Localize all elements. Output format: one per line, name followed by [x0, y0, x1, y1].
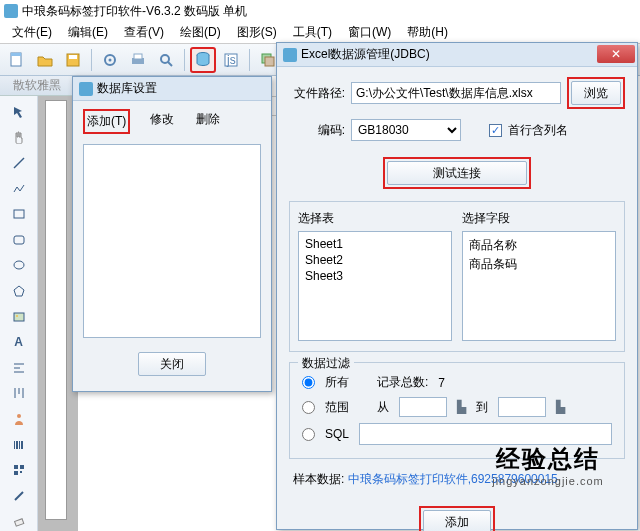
list-item[interactable]: 商品名称 — [467, 236, 611, 255]
db-connection-list[interactable] — [83, 144, 261, 338]
svg-line-36 — [15, 492, 23, 500]
range-stepper-icon[interactable]: ▙ — [556, 400, 565, 414]
database-button[interactable] — [190, 47, 216, 73]
menu-draw[interactable]: 绘图(D) — [174, 22, 227, 43]
menu-edit[interactable]: 编辑(E) — [62, 22, 114, 43]
new-doc-button[interactable] — [4, 47, 30, 73]
polygon-tool-icon[interactable] — [8, 281, 30, 301]
range-stepper-icon[interactable]: ▙ — [457, 400, 466, 414]
image-tool-icon[interactable] — [8, 307, 30, 327]
hand-tool-icon[interactable] — [8, 128, 30, 148]
list-item[interactable]: Sheet3 — [303, 268, 447, 284]
filter-legend: 数据过滤 — [298, 355, 354, 372]
menu-window[interactable]: 窗口(W) — [342, 22, 397, 43]
filter-all-label: 所有 — [325, 374, 349, 391]
db-delete-tab[interactable]: 删除 — [194, 109, 222, 134]
dialog-title: Excel数据源管理(JDBC) — [301, 46, 430, 63]
preview-button[interactable] — [153, 47, 179, 73]
range-to-label: 到 — [476, 399, 488, 416]
text-tool-icon[interactable]: A — [8, 332, 30, 352]
excel-datasource-dialog: Excel数据源管理(JDBC) ✕ 文件路径: 浏览 编码: GB18030 … — [276, 42, 638, 530]
menu-help[interactable]: 帮助(H) — [401, 22, 454, 43]
svg-text:js: js — [226, 53, 236, 67]
filter-sql-radio[interactable] — [302, 428, 315, 441]
svg-rect-30 — [19, 441, 20, 449]
dialog-logo-icon — [283, 48, 297, 62]
line-tool-icon[interactable] — [8, 153, 30, 173]
tables-fields-group: 选择表 选择字段 Sheet1 Sheet2 Sheet3 商品名称 商品条码 — [289, 201, 625, 352]
menu-tool[interactable]: 工具(T) — [287, 22, 338, 43]
menu-shape[interactable]: 图形(S) — [231, 22, 283, 43]
range-to-input[interactable] — [498, 397, 546, 417]
encoding-label: 编码: — [289, 122, 345, 139]
menu-view[interactable]: 查看(V) — [118, 22, 170, 43]
app-titlebar: 中琅条码标签打印软件-V6.3.2 数码版 单机 — [0, 0, 640, 22]
barcode-tool-icon[interactable] — [8, 435, 30, 455]
dialog-titlebar[interactable]: Excel数据源管理(JDBC) ✕ — [277, 43, 637, 67]
table-listbox[interactable]: Sheet1 Sheet2 Sheet3 — [298, 231, 452, 341]
dialog-titlebar[interactable]: 数据库设置 — [73, 77, 271, 101]
sql-input[interactable] — [359, 423, 612, 445]
roundrect-tool-icon[interactable] — [8, 230, 30, 250]
db-modify-tab[interactable]: 修改 — [148, 109, 176, 134]
range-from-label: 从 — [377, 399, 389, 416]
range-from-input[interactable] — [399, 397, 447, 417]
filter-range-radio[interactable] — [302, 401, 315, 414]
list-item[interactable]: Sheet2 — [303, 252, 447, 268]
filter-all-radio[interactable] — [302, 376, 315, 389]
font-ribbon-tab[interactable]: 散软雅黑 — [0, 76, 74, 96]
svg-rect-34 — [14, 471, 18, 475]
svg-rect-1 — [11, 53, 21, 56]
svg-rect-31 — [21, 441, 23, 449]
app-logo-icon — [4, 4, 18, 18]
ellipse-tool-icon[interactable] — [8, 256, 30, 276]
menu-file[interactable]: 文件(E) — [6, 22, 58, 43]
polyline-tool-icon[interactable] — [8, 179, 30, 199]
database-settings-dialog: 数据库设置 添加(T) 修改 删除 关闭 — [72, 76, 272, 392]
add-button[interactable]: 添加 — [423, 510, 491, 531]
align-v-icon[interactable] — [8, 384, 30, 404]
eraser-tool-icon[interactable] — [8, 512, 30, 532]
list-item[interactable]: 商品条码 — [467, 255, 611, 274]
header-checkbox-label: 首行含列名 — [508, 122, 568, 139]
qrcode-tool-icon[interactable] — [8, 460, 30, 480]
svg-rect-28 — [14, 441, 15, 449]
save-button[interactable] — [60, 47, 86, 73]
rect-tool-icon[interactable] — [8, 204, 30, 224]
select-field-label: 选择字段 — [462, 210, 616, 227]
toolbar-separator — [91, 49, 92, 71]
svg-line-9 — [168, 62, 172, 66]
db-close-button[interactable]: 关闭 — [138, 352, 206, 376]
svg-point-5 — [109, 58, 112, 61]
script-button[interactable]: js — [218, 47, 244, 73]
path-label: 文件路径: — [289, 85, 345, 102]
dialog-logo-icon — [79, 82, 93, 96]
list-item[interactable]: Sheet1 — [303, 236, 447, 252]
align-left-icon[interactable] — [8, 358, 30, 378]
brush-tool-icon[interactable] — [8, 486, 30, 506]
settings-button[interactable] — [97, 47, 123, 73]
svg-rect-7 — [134, 54, 142, 59]
svg-point-20 — [16, 315, 18, 317]
filter-range-label: 范围 — [325, 399, 349, 416]
person-tool-icon[interactable] — [8, 409, 30, 429]
menubar: 文件(E) 编辑(E) 查看(V) 绘图(D) 图形(S) 工具(T) 窗口(W… — [0, 22, 640, 44]
open-button[interactable] — [32, 47, 58, 73]
sample-data-link[interactable]: 中琅条码标签打印软件,6925879600015 — [348, 472, 558, 486]
canvas-page[interactable] — [45, 100, 67, 520]
print-button[interactable] — [125, 47, 151, 73]
path-input[interactable] — [351, 82, 561, 104]
header-checkbox[interactable] — [489, 124, 502, 137]
browse-button[interactable]: 浏览 — [571, 81, 621, 105]
test-connection-button[interactable]: 测试连接 — [387, 161, 527, 185]
close-icon[interactable]: ✕ — [597, 45, 635, 63]
select-tool-icon[interactable] — [8, 102, 30, 122]
svg-line-15 — [14, 158, 24, 168]
svg-point-27 — [17, 414, 21, 418]
svg-rect-35 — [20, 471, 22, 473]
field-listbox[interactable]: 商品名称 商品条码 — [462, 231, 616, 341]
app-title: 中琅条码标签打印软件-V6.3.2 数码版 单机 — [22, 3, 247, 20]
dialog-title: 数据库设置 — [97, 80, 157, 97]
encoding-select[interactable]: GB18030 — [351, 119, 461, 141]
db-add-tab[interactable]: 添加(T) — [83, 109, 130, 134]
